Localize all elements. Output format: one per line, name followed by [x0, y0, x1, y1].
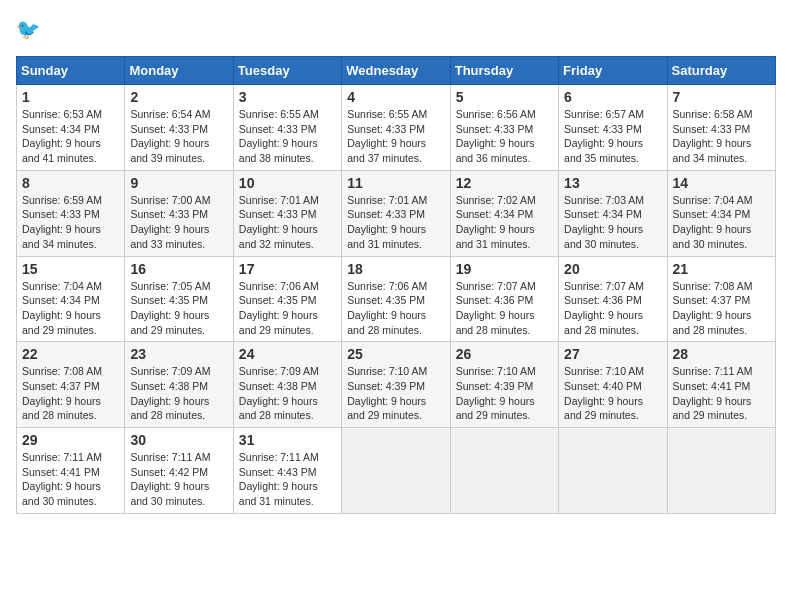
- day-detail: Sunrise: 6:58 AMSunset: 4:33 PMDaylight:…: [673, 108, 753, 164]
- logo: 🐦: [16, 16, 48, 44]
- calendar-week-row: 22 Sunrise: 7:08 AMSunset: 4:37 PMDaylig…: [17, 342, 776, 428]
- day-header-sunday: Sunday: [17, 57, 125, 85]
- day-detail: Sunrise: 7:06 AMSunset: 4:35 PMDaylight:…: [239, 280, 319, 336]
- calendar-cell: 8 Sunrise: 6:59 AMSunset: 4:33 PMDayligh…: [17, 170, 125, 256]
- day-detail: Sunrise: 7:00 AMSunset: 4:33 PMDaylight:…: [130, 194, 210, 250]
- day-detail: Sunrise: 6:57 AMSunset: 4:33 PMDaylight:…: [564, 108, 644, 164]
- day-detail: Sunrise: 7:09 AMSunset: 4:38 PMDaylight:…: [130, 365, 210, 421]
- day-detail: Sunrise: 7:07 AMSunset: 4:36 PMDaylight:…: [564, 280, 644, 336]
- calendar-cell: 18 Sunrise: 7:06 AMSunset: 4:35 PMDaylig…: [342, 256, 450, 342]
- day-number: 8: [22, 175, 119, 191]
- day-number: 23: [130, 346, 227, 362]
- calendar-cell: 24 Sunrise: 7:09 AMSunset: 4:38 PMDaylig…: [233, 342, 341, 428]
- day-number: 6: [564, 89, 661, 105]
- calendar-cell: 13 Sunrise: 7:03 AMSunset: 4:34 PMDaylig…: [559, 170, 667, 256]
- day-detail: Sunrise: 7:04 AMSunset: 4:34 PMDaylight:…: [673, 194, 753, 250]
- day-detail: Sunrise: 7:08 AMSunset: 4:37 PMDaylight:…: [673, 280, 753, 336]
- day-detail: Sunrise: 7:07 AMSunset: 4:36 PMDaylight:…: [456, 280, 536, 336]
- calendar-week-row: 8 Sunrise: 6:59 AMSunset: 4:33 PMDayligh…: [17, 170, 776, 256]
- calendar-cell: 9 Sunrise: 7:00 AMSunset: 4:33 PMDayligh…: [125, 170, 233, 256]
- day-header-friday: Friday: [559, 57, 667, 85]
- day-detail: Sunrise: 7:10 AMSunset: 4:39 PMDaylight:…: [456, 365, 536, 421]
- day-detail: Sunrise: 6:56 AMSunset: 4:33 PMDaylight:…: [456, 108, 536, 164]
- day-header-wednesday: Wednesday: [342, 57, 450, 85]
- calendar-cell: 21 Sunrise: 7:08 AMSunset: 4:37 PMDaylig…: [667, 256, 775, 342]
- calendar-cell: 29 Sunrise: 7:11 AMSunset: 4:41 PMDaylig…: [17, 428, 125, 514]
- calendar-cell: 4 Sunrise: 6:55 AMSunset: 4:33 PMDayligh…: [342, 85, 450, 171]
- calendar: SundayMondayTuesdayWednesdayThursdayFrid…: [16, 56, 776, 514]
- day-number: 5: [456, 89, 553, 105]
- calendar-cell: 17 Sunrise: 7:06 AMSunset: 4:35 PMDaylig…: [233, 256, 341, 342]
- calendar-body: 1 Sunrise: 6:53 AMSunset: 4:34 PMDayligh…: [17, 85, 776, 514]
- calendar-cell: 3 Sunrise: 6:55 AMSunset: 4:33 PMDayligh…: [233, 85, 341, 171]
- day-detail: Sunrise: 7:02 AMSunset: 4:34 PMDaylight:…: [456, 194, 536, 250]
- day-number: 18: [347, 261, 444, 277]
- day-detail: Sunrise: 7:06 AMSunset: 4:35 PMDaylight:…: [347, 280, 427, 336]
- day-detail: Sunrise: 7:03 AMSunset: 4:34 PMDaylight:…: [564, 194, 644, 250]
- day-number: 14: [673, 175, 770, 191]
- calendar-cell: 6 Sunrise: 6:57 AMSunset: 4:33 PMDayligh…: [559, 85, 667, 171]
- svg-text:🐦: 🐦: [16, 17, 41, 41]
- day-number: 11: [347, 175, 444, 191]
- day-number: 22: [22, 346, 119, 362]
- day-header-monday: Monday: [125, 57, 233, 85]
- day-detail: Sunrise: 6:55 AMSunset: 4:33 PMDaylight:…: [347, 108, 427, 164]
- calendar-cell: 30 Sunrise: 7:11 AMSunset: 4:42 PMDaylig…: [125, 428, 233, 514]
- day-detail: Sunrise: 7:08 AMSunset: 4:37 PMDaylight:…: [22, 365, 102, 421]
- calendar-cell: [559, 428, 667, 514]
- calendar-cell: 27 Sunrise: 7:10 AMSunset: 4:40 PMDaylig…: [559, 342, 667, 428]
- day-number: 15: [22, 261, 119, 277]
- calendar-cell: 19 Sunrise: 7:07 AMSunset: 4:36 PMDaylig…: [450, 256, 558, 342]
- day-detail: Sunrise: 6:55 AMSunset: 4:33 PMDaylight:…: [239, 108, 319, 164]
- day-detail: Sunrise: 7:04 AMSunset: 4:34 PMDaylight:…: [22, 280, 102, 336]
- day-number: 4: [347, 89, 444, 105]
- day-detail: Sunrise: 6:54 AMSunset: 4:33 PMDaylight:…: [130, 108, 210, 164]
- calendar-cell: 31 Sunrise: 7:11 AMSunset: 4:43 PMDaylig…: [233, 428, 341, 514]
- day-number: 10: [239, 175, 336, 191]
- day-detail: Sunrise: 7:01 AMSunset: 4:33 PMDaylight:…: [239, 194, 319, 250]
- calendar-cell: 20 Sunrise: 7:07 AMSunset: 4:36 PMDaylig…: [559, 256, 667, 342]
- day-detail: Sunrise: 7:11 AMSunset: 4:41 PMDaylight:…: [673, 365, 753, 421]
- calendar-header-row: SundayMondayTuesdayWednesdayThursdayFrid…: [17, 57, 776, 85]
- day-number: 28: [673, 346, 770, 362]
- day-number: 31: [239, 432, 336, 448]
- calendar-cell: 5 Sunrise: 6:56 AMSunset: 4:33 PMDayligh…: [450, 85, 558, 171]
- day-number: 24: [239, 346, 336, 362]
- calendar-cell: 12 Sunrise: 7:02 AMSunset: 4:34 PMDaylig…: [450, 170, 558, 256]
- day-number: 9: [130, 175, 227, 191]
- day-detail: Sunrise: 7:09 AMSunset: 4:38 PMDaylight:…: [239, 365, 319, 421]
- day-detail: Sunrise: 7:11 AMSunset: 4:42 PMDaylight:…: [130, 451, 210, 507]
- calendar-week-row: 15 Sunrise: 7:04 AMSunset: 4:34 PMDaylig…: [17, 256, 776, 342]
- day-number: 2: [130, 89, 227, 105]
- calendar-cell: [450, 428, 558, 514]
- calendar-cell: [342, 428, 450, 514]
- calendar-cell: 11 Sunrise: 7:01 AMSunset: 4:33 PMDaylig…: [342, 170, 450, 256]
- logo-icon: 🐦: [16, 16, 44, 44]
- day-number: 1: [22, 89, 119, 105]
- calendar-cell: 23 Sunrise: 7:09 AMSunset: 4:38 PMDaylig…: [125, 342, 233, 428]
- header: 🐦: [16, 16, 776, 44]
- day-number: 17: [239, 261, 336, 277]
- day-detail: Sunrise: 7:11 AMSunset: 4:43 PMDaylight:…: [239, 451, 319, 507]
- calendar-cell: [667, 428, 775, 514]
- day-number: 16: [130, 261, 227, 277]
- day-number: 13: [564, 175, 661, 191]
- day-number: 3: [239, 89, 336, 105]
- day-number: 30: [130, 432, 227, 448]
- calendar-cell: 14 Sunrise: 7:04 AMSunset: 4:34 PMDaylig…: [667, 170, 775, 256]
- day-number: 12: [456, 175, 553, 191]
- day-detail: Sunrise: 6:59 AMSunset: 4:33 PMDaylight:…: [22, 194, 102, 250]
- calendar-cell: 28 Sunrise: 7:11 AMSunset: 4:41 PMDaylig…: [667, 342, 775, 428]
- calendar-week-row: 1 Sunrise: 6:53 AMSunset: 4:34 PMDayligh…: [17, 85, 776, 171]
- day-number: 26: [456, 346, 553, 362]
- day-header-saturday: Saturday: [667, 57, 775, 85]
- calendar-cell: 15 Sunrise: 7:04 AMSunset: 4:34 PMDaylig…: [17, 256, 125, 342]
- calendar-cell: 2 Sunrise: 6:54 AMSunset: 4:33 PMDayligh…: [125, 85, 233, 171]
- day-detail: Sunrise: 7:10 AMSunset: 4:39 PMDaylight:…: [347, 365, 427, 421]
- day-number: 7: [673, 89, 770, 105]
- day-number: 20: [564, 261, 661, 277]
- day-number: 29: [22, 432, 119, 448]
- day-detail: Sunrise: 7:11 AMSunset: 4:41 PMDaylight:…: [22, 451, 102, 507]
- calendar-cell: 22 Sunrise: 7:08 AMSunset: 4:37 PMDaylig…: [17, 342, 125, 428]
- calendar-cell: 26 Sunrise: 7:10 AMSunset: 4:39 PMDaylig…: [450, 342, 558, 428]
